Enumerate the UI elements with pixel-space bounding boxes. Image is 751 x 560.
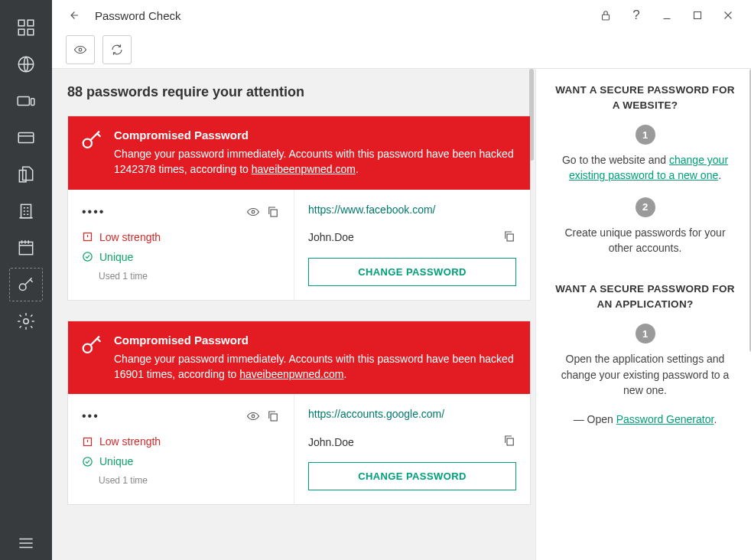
key-icon: [16, 275, 36, 295]
svg-rect-2: [18, 29, 24, 35]
svg-point-19: [83, 252, 92, 261]
svg-rect-26: [507, 438, 513, 445]
svg-point-10: [19, 284, 26, 291]
card-right-column: https://www.facebook.com/ John.Doe CHANG…: [294, 190, 530, 300]
toggle-visibility-button[interactable]: [66, 35, 95, 64]
password-generator-link[interactable]: Password Generator: [616, 413, 714, 425]
svg-rect-23: [271, 414, 277, 421]
password-card: Compromised Password Change your passwor…: [67, 116, 531, 301]
unique-indicator: Unique: [82, 251, 280, 263]
help-button[interactable]: ?: [621, 0, 652, 31]
copy-icon: [502, 230, 516, 243]
attention-heading: 88 passwords require your attention: [67, 84, 531, 100]
grid-icon: [16, 18, 36, 37]
close-button[interactable]: [713, 0, 743, 31]
hamburger-icon: [16, 533, 36, 553]
tips-pane[interactable]: WANT A SECURE PASSWORD FOR A WEBSITE? 1 …: [535, 69, 751, 560]
copy-icon: [266, 205, 280, 219]
svg-point-11: [24, 319, 29, 324]
account-username: John.Doe: [308, 231, 354, 243]
svg-rect-0: [18, 20, 24, 26]
back-button[interactable]: [60, 8, 87, 22]
arrow-left-icon: [67, 8, 80, 22]
haveibeenpwned-link[interactable]: haveibeenpwned.com: [252, 163, 356, 175]
card-header: Compromised Password Change your passwor…: [68, 321, 530, 395]
card-icon: [16, 128, 36, 148]
card-title: Compromised Password: [114, 334, 515, 347]
svg-rect-17: [271, 210, 277, 217]
close-icon: [721, 8, 735, 22]
notes-icon: [16, 238, 36, 258]
main-area: Password Check ? 88 passwords req: [52, 0, 751, 560]
tip-website: WANT A SECURE PASSWORD FOR A WEBSITE? 1 …: [553, 83, 737, 256]
strength-indicator: Low strength: [82, 435, 280, 448]
card-header: Compromised Password Change your passwor…: [68, 116, 530, 190]
maximize-button[interactable]: [682, 0, 713, 31]
key-warning-icon: [79, 127, 105, 155]
step-badge-1: 1: [636, 125, 655, 145]
gear-icon: [16, 311, 36, 331]
refresh-icon: [110, 43, 124, 57]
password-card: Compromised Password Change your passwor…: [67, 321, 531, 506]
usage-count: Used 1 time: [99, 271, 148, 282]
account-url[interactable]: https://www.facebook.com/: [308, 203, 516, 216]
copy-password-button[interactable]: [266, 409, 280, 423]
minimize-button[interactable]: [652, 0, 682, 31]
sidebar-devices[interactable]: [9, 84, 43, 118]
card-left-column: •••• Low strength Unique: [68, 190, 294, 300]
titlebar: Password Check ?: [52, 0, 751, 31]
password-masked: •••: [82, 409, 99, 423]
sidebar-documents[interactable]: [9, 158, 43, 191]
refresh-button[interactable]: [102, 35, 132, 64]
svg-point-15: [83, 139, 92, 148]
account-url[interactable]: https://accounts.google.com/: [308, 408, 516, 420]
account-username: John.Doe: [308, 436, 354, 448]
change-password-button[interactable]: CHANGE PASSWORD: [308, 258, 516, 286]
sidebar-dashboard[interactable]: [9, 11, 43, 44]
copy-username-button[interactable]: [502, 230, 516, 246]
key-warning-icon: [79, 332, 105, 360]
svg-rect-6: [31, 99, 34, 106]
svg-rect-13: [694, 12, 701, 19]
check-circle-icon: [82, 251, 93, 262]
reveal-password-button[interactable]: [246, 409, 260, 423]
building-icon: [16, 201, 36, 221]
copy-icon: [266, 409, 280, 423]
copy-username-button[interactable]: [502, 434, 516, 450]
password-list-pane[interactable]: 88 passwords require your attention Comp…: [52, 69, 535, 560]
question-icon: ?: [632, 8, 639, 23]
sidebar-settings[interactable]: [9, 304, 43, 338]
change-password-button[interactable]: CHANGE PASSWORD: [308, 462, 516, 490]
tip-title: WANT A SECURE PASSWORD FOR AN APPLICATIO…: [553, 282, 737, 311]
tip-open-generator: — Open Password Generator.: [553, 412, 737, 427]
card-title: Compromised Password: [114, 129, 515, 142]
card-description: Change your password immediately. Accoun…: [114, 351, 515, 383]
sidebar-building[interactable]: [9, 194, 43, 228]
eye-icon: [246, 205, 260, 219]
svg-rect-7: [18, 133, 34, 143]
sidebar-password-check[interactable]: [9, 268, 43, 301]
copy-password-button[interactable]: [266, 205, 280, 219]
lock-button[interactable]: [590, 0, 621, 31]
maximize-icon: [691, 8, 704, 22]
sidebar-globe[interactable]: [9, 47, 43, 81]
sidebar-cards[interactable]: [9, 121, 43, 155]
haveibeenpwned-link[interactable]: haveibeenpwned.com: [239, 368, 343, 380]
check-circle-icon: [82, 456, 93, 467]
card-body: •••• Low strength Unique: [68, 190, 530, 300]
sidebar-notes[interactable]: [9, 231, 43, 265]
svg-point-16: [252, 210, 255, 213]
svg-rect-5: [18, 97, 29, 106]
toolbar: [52, 31, 751, 69]
strength-indicator: Low strength: [82, 231, 280, 243]
sidebar-menu[interactable]: [9, 526, 43, 560]
sidebar: [0, 0, 52, 560]
unique-indicator: Unique: [82, 455, 280, 467]
reveal-password-button[interactable]: [246, 205, 260, 219]
svg-rect-12: [603, 15, 610, 20]
usage-count: Used 1 time: [99, 475, 148, 486]
svg-rect-3: [28, 29, 34, 35]
tip-title: WANT A SECURE PASSWORD FOR A WEBSITE?: [553, 83, 737, 112]
tip-step-text: Go to the website and change your existi…: [553, 152, 737, 184]
card-description: Change your password immediately. Accoun…: [114, 146, 515, 177]
